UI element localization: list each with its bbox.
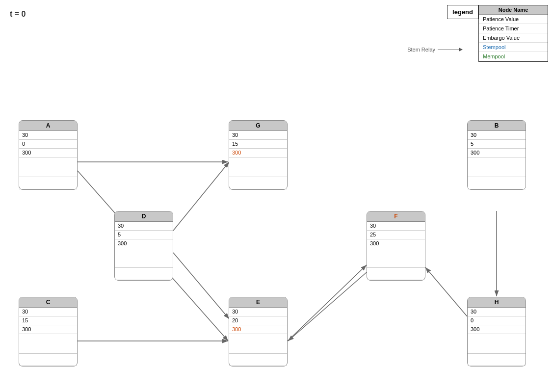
- node-c-patience-value: 30: [19, 308, 77, 316]
- legend-table: Node Name Patience Value Patience Timer …: [479, 5, 548, 61]
- node-c-stempool: [19, 334, 77, 354]
- legend-table-container: Node Name Patience Value Patience Timer …: [478, 5, 548, 62]
- node-h-patience-timer: 0: [468, 316, 526, 325]
- node-d-patience-timer: 5: [115, 231, 173, 239]
- node-c-patience-timer: 15: [19, 316, 77, 325]
- node-g-patience-value: 30: [229, 131, 287, 140]
- node-h-stempool: [468, 334, 526, 354]
- node-h: H 30 0 300: [467, 297, 526, 366]
- node-f-mempool: [367, 268, 425, 280]
- timestamp-label: t = 0: [10, 10, 26, 19]
- node-f-patience-timer: 25: [367, 231, 425, 239]
- node-g-embargo-value: 300: [229, 149, 287, 157]
- legend-row-stempool: Stempool: [479, 43, 548, 52]
- legend-container: legend Node Name Patience Value Patience…: [447, 5, 548, 62]
- node-d-header: D: [115, 211, 173, 222]
- node-d-mempool: [115, 268, 173, 280]
- node-b: B 30 5 300: [467, 120, 526, 190]
- node-b-patience-value: 30: [468, 131, 526, 140]
- node-d-patience-value: 30: [115, 222, 173, 231]
- node-a-patience-timer: 0: [19, 140, 77, 149]
- node-a-mempool: [19, 177, 77, 189]
- node-d-stempool: [115, 248, 173, 268]
- node-g-header: G: [229, 121, 287, 131]
- node-a: A 30 0 300: [19, 120, 78, 190]
- stem-relay-arrow-icon: [438, 50, 462, 50]
- arrow-h-to-f: [425, 267, 467, 316]
- node-e-patience-timer: 20: [229, 316, 287, 325]
- node-g-stempool: [229, 157, 287, 177]
- node-h-mempool: [468, 354, 526, 366]
- node-e-header: E: [229, 297, 287, 308]
- node-e-mempool: [229, 354, 287, 366]
- legend-row-mempool: Mempool: [479, 52, 548, 61]
- legend-header: Node Name: [479, 5, 548, 15]
- legend-row-embargo-value: Embargo Value: [479, 33, 548, 43]
- arrow-d-to-g: [173, 162, 229, 231]
- node-b-patience-timer: 5: [468, 140, 526, 149]
- node-h-patience-value: 30: [468, 308, 526, 316]
- node-d-embargo-value: 300: [115, 239, 173, 248]
- node-a-stempool: [19, 157, 77, 177]
- node-g-mempool: [229, 177, 287, 189]
- arrow-e-to-f: [288, 265, 367, 341]
- node-c: C 30 15 300: [19, 297, 78, 366]
- stem-relay-label: Stem Relay: [407, 47, 435, 52]
- arrow-f-to-e: [288, 272, 367, 341]
- node-h-header: H: [468, 297, 526, 308]
- node-b-stempool: [468, 157, 526, 177]
- node-e: E 30 20 300: [229, 297, 288, 366]
- node-b-mempool: [468, 177, 526, 189]
- node-a-header: A: [19, 121, 77, 131]
- legend-row-patience-timer: Patience Timer: [479, 24, 548, 33]
- node-f-header: F: [367, 211, 425, 222]
- node-e-embargo-value: 300: [229, 325, 287, 334]
- stem-relay-area: Stem Relay: [407, 47, 462, 52]
- node-f-embargo-value: 300: [367, 239, 425, 248]
- arrow-d-to-e: [173, 253, 229, 319]
- node-f: F 30 25 300: [367, 211, 425, 281]
- node-e-patience-value: 30: [229, 308, 287, 316]
- node-a-patience-value: 30: [19, 131, 77, 140]
- legend-title: legend: [447, 5, 478, 19]
- node-c-header: C: [19, 297, 77, 308]
- node-a-embargo-value: 300: [19, 149, 77, 157]
- node-g: G 30 15 300: [229, 120, 288, 190]
- node-e-stempool: [229, 334, 287, 354]
- node-g-patience-timer: 15: [229, 140, 287, 149]
- node-c-embargo-value: 300: [19, 325, 77, 334]
- node-b-embargo-value: 300: [468, 149, 526, 157]
- node-f-patience-value: 30: [367, 222, 425, 231]
- node-b-header: B: [468, 121, 526, 131]
- node-f-stempool: [367, 248, 425, 268]
- node-h-embargo-value: 300: [468, 325, 526, 334]
- node-c-mempool: [19, 354, 77, 366]
- legend-row-patience-value: Patience Value: [479, 15, 548, 24]
- node-d: D 30 5 300: [114, 211, 173, 281]
